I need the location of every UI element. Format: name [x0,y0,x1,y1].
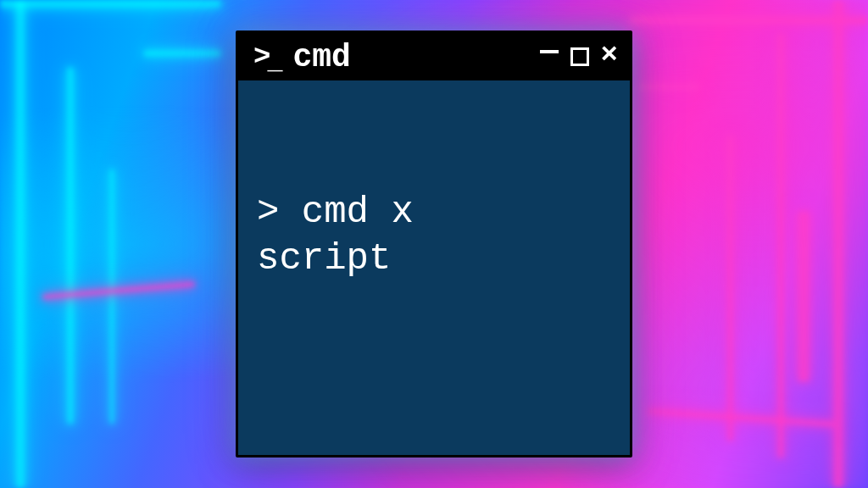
bg-stripe [648,408,834,426]
bg-stripe [68,68,73,424]
window-controls: × [540,42,618,71]
bg-stripe [639,85,698,89]
command-line: script [257,236,611,282]
bg-stripe [42,281,195,300]
minimize-button[interactable] [540,50,559,53]
bg-stripe [0,0,220,7]
bg-stripe [834,0,843,488]
bg-stripe [728,136,732,441]
bg-stripe [110,169,114,424]
command-line: > cmd x [257,189,611,236]
bg-stripe [631,17,868,24]
terminal-body[interactable]: > cmd xscript [238,80,630,455]
close-button[interactable]: × [601,41,618,69]
terminal-window[interactable]: >_ cmd × > cmd xscript [236,30,632,458]
bg-stripe [798,212,809,381]
bg-stripe [778,34,783,458]
maximize-button[interactable] [570,47,589,66]
terminal-icon: >_ [253,41,281,73]
bg-stripe [17,0,24,488]
titlebar[interactable]: >_ cmd × [238,33,630,80]
bg-stripe [144,51,220,56]
window-title: cmd [292,39,536,75]
